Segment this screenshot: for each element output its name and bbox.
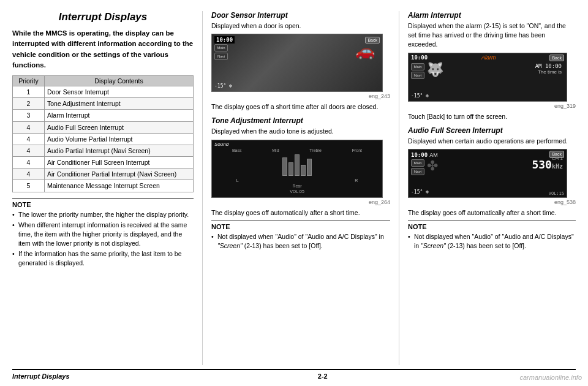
mid-column: Door Sensor Interrupt Displayed when a d… xyxy=(203,11,399,365)
front-label: Front xyxy=(352,148,362,153)
main-btn3: Main xyxy=(411,159,424,167)
l-label: L xyxy=(236,178,239,183)
eq-labels: Bass Mid Treble Front xyxy=(212,148,382,153)
audio-after-text: The display goes off automatically after… xyxy=(408,208,576,218)
list-item: When different interrupt information is … xyxy=(12,221,194,248)
audio-side-buttons: Main Navi xyxy=(411,159,424,176)
bass-label: Bass xyxy=(232,148,242,153)
audio-section-body: Displayed when certain audio operations … xyxy=(408,137,576,146)
audio-image-caption: eng_538 xyxy=(408,199,576,205)
audio-time-am: 10:00 AM xyxy=(411,151,438,158)
content-cell: Maintenance Message Interrupt Screen xyxy=(45,180,194,192)
treble-label: Treble xyxy=(309,148,322,153)
vol-display: VOL:15 xyxy=(549,191,564,196)
audio-time: 10:00 xyxy=(411,152,428,158)
alarm-time: 10:00 xyxy=(411,55,428,61)
footer-left-text: Interrupt Displays xyxy=(12,373,70,380)
navi-btn3: Navi xyxy=(411,168,424,175)
list-item: Not displayed when "Audio" of "Audio and… xyxy=(408,232,576,250)
watermark-text: carmanualonline.info xyxy=(519,374,582,381)
table-row: 4 Audio Partial Interrupt (Navi Screen) xyxy=(13,145,194,156)
alarm-after-text: Touch [Back] to turn off the screen. xyxy=(408,112,576,121)
page-title: Interrupt Displays xyxy=(12,11,194,23)
alarm-back-btn: Back xyxy=(549,55,564,61)
right-column: Alarm Interrupt Displayed when the alarm… xyxy=(399,11,576,365)
navi-button: Navi xyxy=(214,53,228,60)
priority-cell: 4 xyxy=(13,157,45,168)
content-cell: Audio Partial Interrupt (Navi Screen) xyxy=(45,145,194,156)
audio-temp: -15° ❄ xyxy=(411,189,429,195)
car-icon: 🚗 xyxy=(355,42,375,61)
priority-cell: 2 xyxy=(13,98,45,110)
priority-cell: 5 xyxy=(13,180,45,192)
mid-label: Mid xyxy=(272,148,279,153)
alarm-section-body: Displayed when the alarm (2-15) is set t… xyxy=(408,21,576,50)
table-row: 2 Tone Adjustment Interrupt xyxy=(13,98,194,110)
priority-cell: 3 xyxy=(13,110,45,121)
content-cell: Air Conditioner Partial Interrupt (Navi … xyxy=(45,168,194,180)
priority-cell: 4 xyxy=(13,133,45,145)
tone-after-text: The display goes off automatically after… xyxy=(211,208,390,218)
priority-table: Priority Display Contents 1 Door Sensor … xyxy=(12,75,194,192)
eq-bar xyxy=(295,154,300,176)
table-row: 4 Air Conditioner Full Screen Interrupt xyxy=(13,157,194,168)
table-row: 3 Alarm Interrupt xyxy=(13,110,194,121)
content-cell: Audio Full Screen Interrupt xyxy=(45,121,194,133)
list-item: The lower the priority number, the highe… xyxy=(12,210,194,219)
alarm-display-mockup: 10:00 Alarm Back Main Navi 🐺 AM 10:00 Th… xyxy=(409,53,567,101)
page: Interrupt Displays While the MMCS is ope… xyxy=(0,0,588,386)
note-section-mid: NOTE Not displayed when "Audio" of "Audi… xyxy=(211,221,390,250)
table-header-display: Display Contents xyxy=(45,76,194,86)
table-row: 4 Air Conditioner Partial Interrupt (Nav… xyxy=(13,168,194,180)
main-btn2: Main xyxy=(411,63,424,70)
equalizer xyxy=(212,153,382,177)
alarm-top-bar: 10:00 Alarm Back xyxy=(409,53,567,62)
eq-bar xyxy=(282,157,287,176)
tone-section-body: Displayed when the audio tone is adjuste… xyxy=(211,127,390,136)
audio-section-title: Audio Full Screen Interrupt xyxy=(408,126,576,135)
alarm-subtitle: The time is xyxy=(538,69,562,75)
alarm-image-caption: eng_319 xyxy=(408,103,576,109)
list-item: If the information has the same priority… xyxy=(12,249,194,267)
content-cell: Audio Volume Partial Interrupt xyxy=(45,133,194,145)
intro-text: While the MMCS is operating, the display… xyxy=(12,28,194,70)
note-section-right: NOTE Not displayed when "Audio" of "Audi… xyxy=(408,221,576,250)
main-content: Interrupt Displays While the MMCS is ope… xyxy=(12,11,576,365)
list-item: Not displayed when "Audio" of "Audio and… xyxy=(211,232,390,250)
audio-display-mockup: 10:00 AM Back Main Navi ✤ CH 1 530kHz VO… xyxy=(409,149,567,197)
navi-btn2: Navi xyxy=(411,72,424,79)
footer-page-number: 2-2 xyxy=(318,373,328,380)
note-list-left: The lower the priority number, the highe… xyxy=(12,210,194,268)
door-image-caption: eng_243 xyxy=(211,93,390,99)
table-row: 4 Audio Volume Partial Interrupt xyxy=(13,133,194,145)
freq-display: 530kHz xyxy=(532,158,563,171)
temp-display: -15° ❄ xyxy=(214,83,232,89)
content-cell: Alarm Interrupt xyxy=(45,110,194,121)
alarm-wolf-icon: 🐺 xyxy=(427,62,443,78)
door-section-title: Door Sensor Interrupt xyxy=(211,11,390,20)
left-column: Interrupt Displays While the MMCS is ope… xyxy=(12,11,202,365)
door-display-mockup: 10:00 Back Main Navi 🚗 -15° ❄ xyxy=(212,34,382,91)
footer-title: Interrupt Displays xyxy=(12,373,70,380)
alarm-screen-image: 10:00 Alarm Back Main Navi 🐺 AM 10:00 Th… xyxy=(408,53,567,102)
table-header-priority: Priority xyxy=(13,76,45,86)
note-list-mid: Not displayed when "Audio" of "Audio and… xyxy=(211,232,390,250)
content-cell: Tone Adjustment Interrupt xyxy=(45,98,194,110)
note-section-left: NOTE The lower the priority number, the … xyxy=(12,199,194,268)
priority-cell: 4 xyxy=(13,121,45,133)
eq-bar xyxy=(307,159,312,176)
display-time: 10:00 xyxy=(214,36,235,44)
eq-bar xyxy=(288,162,293,176)
rear-text: Rear xyxy=(292,184,301,188)
eq-labels-lr: L R xyxy=(212,178,382,183)
priority-cell: 4 xyxy=(13,168,45,180)
side-buttons: Main Navi xyxy=(214,44,228,60)
alarm-label: Alarm xyxy=(481,55,496,61)
freq-unit: kHz xyxy=(552,163,563,170)
rear-label: Rear xyxy=(212,184,382,188)
table-row: 4 Audio Full Screen Interrupt xyxy=(13,121,194,133)
eq-bar xyxy=(301,165,306,176)
door-section-body: Displayed when a door is open. xyxy=(211,21,390,31)
table-row: 1 Door Sensor Interrupt xyxy=(13,86,194,98)
alarm-section-title: Alarm Interrupt xyxy=(408,11,576,20)
